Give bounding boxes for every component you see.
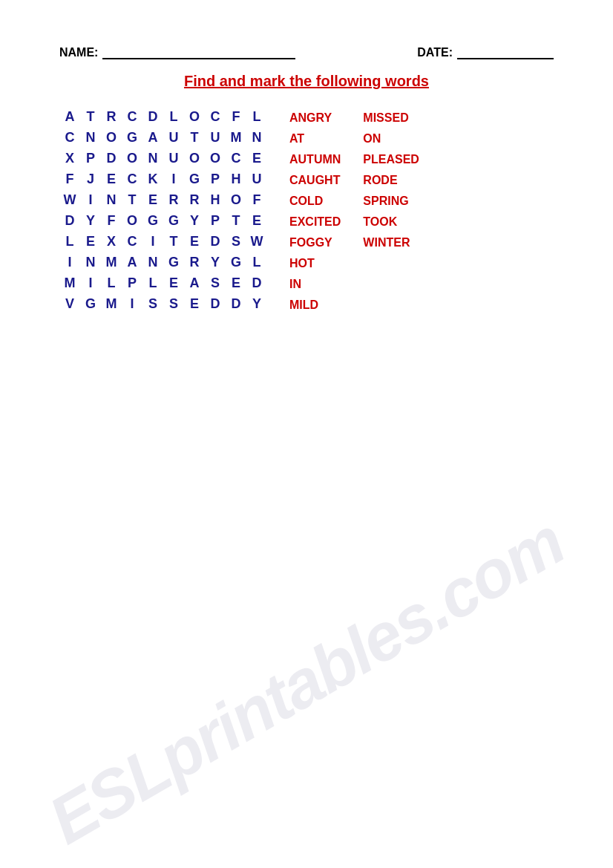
word-item: ANGRY	[289, 109, 341, 127]
grid-cell-9-7: D	[205, 293, 226, 314]
grid-cell-2-2: D	[101, 148, 122, 169]
grid-cell-9-3: I	[122, 293, 142, 314]
grid-cell-7-3: A	[122, 252, 142, 273]
grid-cell-3-4: K	[142, 169, 163, 189]
grid-cell-1-7: U	[205, 127, 226, 148]
grid-cell-7-4: N	[142, 252, 163, 273]
grid-cell-9-4: S	[142, 293, 163, 314]
word-item: RODE	[363, 172, 419, 189]
grid-cell-3-8: H	[226, 169, 246, 189]
grid-cell-9-6: E	[184, 293, 205, 314]
grid-cell-1-2: O	[101, 127, 122, 148]
word-item: MISSED	[363, 109, 419, 127]
grid-cell-3-6: G	[184, 169, 205, 189]
grid-cell-8-0: M	[59, 273, 80, 293]
word-item: CAUGHT	[289, 172, 341, 189]
grid-cell-2-1: P	[80, 148, 101, 169]
grid-cell-2-0: X	[59, 148, 80, 169]
word-item: COLD	[289, 192, 341, 210]
page: ESLprintables.com NAME: DATE: Find and m…	[0, 0, 613, 868]
date-label: DATE:	[417, 46, 453, 59]
grid-cell-3-3: C	[122, 169, 142, 189]
grid-cell-9-2: M	[101, 293, 122, 314]
grid-cell-0-2: R	[101, 106, 122, 127]
page-title: Find and mark the following words	[59, 73, 554, 90]
grid-cell-1-9: N	[246, 127, 267, 148]
grid-cell-5-3: O	[122, 210, 142, 231]
grid-cell-7-0: I	[59, 252, 80, 273]
grid-cell-0-1: T	[80, 106, 101, 127]
word-item: PLEASED	[363, 151, 419, 169]
grid-cell-0-6: O	[184, 106, 205, 127]
grid-cell-4-7: H	[205, 189, 226, 210]
grid-cell-9-0: V	[59, 293, 80, 314]
grid-cell-1-0: C	[59, 127, 80, 148]
watermark: ESLprintables.com	[36, 503, 577, 860]
grid-cell-8-3: P	[122, 273, 142, 293]
grid-cell-6-3: C	[122, 231, 142, 252]
grid-cell-2-6: O	[184, 148, 205, 169]
grid-cell-6-1: E	[80, 231, 101, 252]
main-content: ATRCDLOCFLCNOGAUTUMNXPDONUOOCEFJECKIGPHU…	[59, 106, 554, 314]
grid-cell-6-4: I	[142, 231, 163, 252]
grid-cell-6-6: E	[184, 231, 205, 252]
name-section: NAME:	[59, 45, 295, 59]
grid-cell-7-5: G	[163, 252, 184, 273]
grid-cell-4-3: T	[122, 189, 142, 210]
grid-cell-3-1: J	[80, 169, 101, 189]
grid-cell-9-8: D	[226, 293, 246, 314]
grid-cell-5-5: G	[163, 210, 184, 231]
grid-cell-4-8: O	[226, 189, 246, 210]
word-item: ON	[363, 130, 419, 148]
grid-cell-0-4: D	[142, 106, 163, 127]
grid-cell-5-7: P	[205, 210, 226, 231]
word-item: MILD	[289, 296, 341, 314]
grid-cell-7-9: L	[246, 252, 267, 273]
grid-cell-0-0: A	[59, 106, 80, 127]
grid-cell-5-2: F	[101, 210, 122, 231]
date-underline[interactable]	[457, 45, 554, 59]
grid-cell-4-9: F	[246, 189, 267, 210]
grid-cell-4-5: R	[163, 189, 184, 210]
grid-cell-2-7: O	[205, 148, 226, 169]
grid-cell-6-9: W	[246, 231, 267, 252]
grid-cell-6-2: X	[101, 231, 122, 252]
grid-cell-9-1: G	[80, 293, 101, 314]
grid-cell-0-3: C	[122, 106, 142, 127]
word-item: EXCITED	[289, 213, 341, 231]
word-item: IN	[289, 275, 341, 293]
grid-cell-2-8: C	[226, 148, 246, 169]
grid-cell-5-6: Y	[184, 210, 205, 231]
name-label: NAME:	[59, 46, 98, 59]
header-line: NAME: DATE:	[59, 45, 554, 59]
grid-cell-6-8: S	[226, 231, 246, 252]
grid-cell-7-2: M	[101, 252, 122, 273]
grid-cell-1-4: A	[142, 127, 163, 148]
grid-cell-0-7: C	[205, 106, 226, 127]
grid-cell-1-8: M	[226, 127, 246, 148]
grid-cell-8-2: L	[101, 273, 122, 293]
grid-cell-5-8: T	[226, 210, 246, 231]
grid-cell-7-7: Y	[205, 252, 226, 273]
grid-cell-8-1: I	[80, 273, 101, 293]
grid-cell-9-9: Y	[246, 293, 267, 314]
word-search-grid-container: ATRCDLOCFLCNOGAUTUMNXPDONUOOCEFJECKIGPHU…	[59, 106, 267, 314]
grid-cell-6-7: D	[205, 231, 226, 252]
grid-cell-2-4: N	[142, 148, 163, 169]
grid-cell-3-9: U	[246, 169, 267, 189]
word-item: WINTER	[363, 234, 419, 252]
grid-cell-0-8: F	[226, 106, 246, 127]
grid-cell-3-7: P	[205, 169, 226, 189]
grid-cell-1-3: G	[122, 127, 142, 148]
grid-cell-7-8: G	[226, 252, 246, 273]
grid-cell-2-5: U	[163, 148, 184, 169]
grid-cell-7-6: R	[184, 252, 205, 273]
word-column-2: MISSEDONPLEASEDRODESPRINGTOOKWINTER	[363, 109, 419, 314]
grid-cell-8-6: A	[184, 273, 205, 293]
grid-cell-4-2: N	[101, 189, 122, 210]
grid-cell-8-9: D	[246, 273, 267, 293]
word-item: SPRING	[363, 192, 419, 210]
name-underline[interactable]	[102, 45, 295, 59]
grid-cell-7-1: N	[80, 252, 101, 273]
word-item: TOOK	[363, 213, 419, 231]
